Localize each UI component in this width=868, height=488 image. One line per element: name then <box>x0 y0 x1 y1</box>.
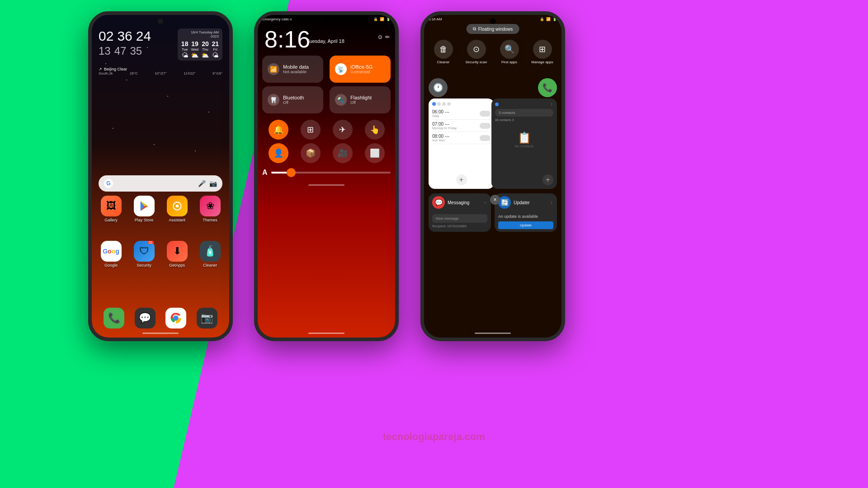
phone2-quick-icons-row1: 🔔 ⊞ ✈ 👆 <box>262 120 391 140</box>
add-alarm-button[interactable]: + <box>456 174 467 185</box>
google-logo: G <box>104 179 113 188</box>
themes-label: Themes <box>203 218 217 222</box>
tile-mobile-data[interactable]: 📶 Mobile data Not available <box>262 56 323 83</box>
updater-menu: ⋮ <box>550 201 553 205</box>
app-cleaner[interactable]: 🧴 Cleaner <box>195 241 225 267</box>
quick-find-apps[interactable]: 🔍 Find apps <box>495 40 524 64</box>
camera-search-icon[interactable]: 📷 <box>209 180 217 187</box>
phone1-calendar: 18/4 Tuesday AM -2023 18 Tue 🌤 19 Wed ⛅ … <box>178 28 222 61</box>
mobile-data-sub: Not available <box>283 70 309 74</box>
phone1-search-bar[interactable]: G 🎤 📷 <box>99 175 222 192</box>
dock-camera-icon: 📷 <box>197 308 217 328</box>
floating-window-icon: ⧉ <box>473 26 476 32</box>
calendar-days: 18 Tue 🌤 19 Wed ⛅ 20 Thu ⛅ 21 Fri � <box>181 40 219 59</box>
phone1-apps-row1: 🖼 Gallery Play Store Assistant ❀ Themes <box>96 196 225 222</box>
battery-icon: 🔋 <box>386 17 391 21</box>
phone3-home-indicator <box>475 333 511 334</box>
app-security[interactable]: 🛡 32 Security <box>129 241 159 267</box>
wifi-text: iOffice-5G Connected <box>350 64 373 74</box>
cal-day-20: 20 Thu ⛅ <box>201 40 209 59</box>
floating-windows-button[interactable]: ⧉ Floating windows <box>467 24 519 34</box>
app-google[interactable]: Goog Google <box>96 241 126 267</box>
quick-manage-apps[interactable]: ⊞ Manage apps <box>528 40 557 64</box>
qi-package[interactable]: 📦 <box>301 143 321 163</box>
phone-card-menu: ⋮ <box>550 102 553 106</box>
app-gallery[interactable]: 🖼 Gallery <box>96 196 126 222</box>
phone2-brightness-slider[interactable]: A <box>262 169 391 177</box>
calendar-header: 18/4 Tuesday AM <box>181 30 219 34</box>
mic-icon[interactable]: 🎤 <box>198 180 206 187</box>
qi-grid[interactable]: ⊞ <box>301 120 321 140</box>
qi-airplane[interactable]: ✈ <box>333 120 353 140</box>
qi-fingerprint[interactable]: 👆 <box>365 120 385 140</box>
msg-back-icon: ← <box>484 201 487 205</box>
alarm-toggle-2[interactable] <box>480 123 491 129</box>
cleaner-quick-label: Cleaner <box>437 60 449 64</box>
phone1-notch <box>158 19 163 24</box>
bluetooth-title: Bluetooth <box>283 95 304 100</box>
phone-card-dot <box>495 103 499 106</box>
mobile-data-title: Mobile data <box>283 64 309 70</box>
dock-phone[interactable]: 📞 <box>104 308 124 328</box>
alarm-row-1: 06:00 --- Daily <box>432 108 491 120</box>
tile-bluetooth[interactable]: 🦷 Bluetooth Off <box>262 86 323 113</box>
alarm-time-1: 06:00 --- <box>432 109 449 114</box>
weather-temp: 26°C <box>130 71 138 75</box>
new-message-label: New message <box>436 216 459 221</box>
weather-wind: South.2k <box>99 71 113 75</box>
phone2-home-indicator <box>308 333 344 334</box>
floating-windows-label: Floating windows <box>478 27 513 32</box>
phone1-apps-row2: Goog Google 🛡 32 Security ⬇ GetApps 🧴 Cl… <box>96 241 225 267</box>
qi-screen[interactable]: ⬜ <box>365 143 385 163</box>
alarm-toggle-3[interactable] <box>480 135 491 141</box>
getapps-icon: ⬇ <box>167 241 188 262</box>
tile-wifi[interactable]: 📡 iOffice-5G Connected <box>330 56 391 83</box>
alarm-sub-1: Daily <box>432 114 449 117</box>
phone2-notch <box>324 19 329 24</box>
add-contact-button[interactable]: + <box>542 174 553 185</box>
messaging-icon: 💬 <box>432 196 445 209</box>
dock-chrome-icon <box>165 308 186 328</box>
cleaner-quick-icon: 🗑 <box>434 40 453 59</box>
phone2-date-value: Tuesday, April 18 <box>307 38 344 44</box>
security-icon: 🛡 32 <box>134 241 155 262</box>
edit-icon: ✏ <box>385 34 390 40</box>
quick-cleaner[interactable]: 🗑 Cleaner <box>429 40 458 64</box>
updater-card: 🔄 Updater ⋮ An update is available Updat… <box>495 193 557 232</box>
tile-flashlight[interactable]: 🔦 Flashlight Off <box>330 86 391 113</box>
settings-circle-icon: ⊙ <box>378 34 382 40</box>
alarm-toggle-1[interactable] <box>480 111 491 117</box>
app-playstore[interactable]: Play Store <box>129 196 159 222</box>
update-button[interactable]: Update <box>498 221 553 229</box>
clock-card-inner: 06:00 --- Daily 07:00 --- Monday to Frid… <box>429 99 494 189</box>
clock-card-header <box>432 102 491 106</box>
app-assistant[interactable]: Assistant <box>162 196 192 222</box>
cleaner-icon: 🧴 <box>200 241 221 262</box>
search-contacts-field[interactable]: 3 contacts <box>495 109 553 117</box>
qi-video[interactable]: 🎥 <box>333 143 353 163</box>
qi-notifications[interactable]: 🔔 <box>269 120 288 140</box>
close-floating-button[interactable]: × <box>490 195 500 205</box>
messaging-card: 💬 Messaging ← New message Recipient: 187… <box>429 193 491 232</box>
phone1-screen: 02 36 24 13 47 35 18/4 Tuesday AM -2023 … <box>92 15 229 338</box>
qi-user[interactable]: 👤 <box>269 143 288 163</box>
quick-security-scan[interactable]: ⊙ Security scan <box>462 40 491 64</box>
app-themes[interactable]: ❀ Themes <box>195 196 225 222</box>
contacts-file-icon: 📋 <box>518 131 531 144</box>
app-getapps[interactable]: ⬇ GetApps <box>162 241 192 267</box>
dock-messages[interactable]: 💬 <box>135 308 156 328</box>
wifi-icon: 📡 <box>335 63 347 75</box>
new-message-field[interactable]: New message <box>432 214 487 223</box>
phone1: 02 36 24 13 47 35 18/4 Tuesday AM -2023 … <box>88 11 233 341</box>
clock-dot-2 <box>442 102 446 106</box>
updater-label: Updater <box>514 200 530 205</box>
phone-card-inner: ⋮ 3 contacts All contacts 3 📋 No contact… <box>491 99 557 189</box>
flashlight-sub: Off <box>350 100 372 105</box>
svg-point-5 <box>175 205 179 208</box>
phone1-home-indicator <box>142 333 179 334</box>
dock-camera[interactable]: 📷 <box>197 308 217 328</box>
gallery-label: Gallery <box>104 218 118 222</box>
dock-chrome[interactable] <box>165 308 186 328</box>
clock-dot-3 <box>447 102 451 106</box>
phone2-icons-top: ⊙ ✏ <box>378 34 390 40</box>
